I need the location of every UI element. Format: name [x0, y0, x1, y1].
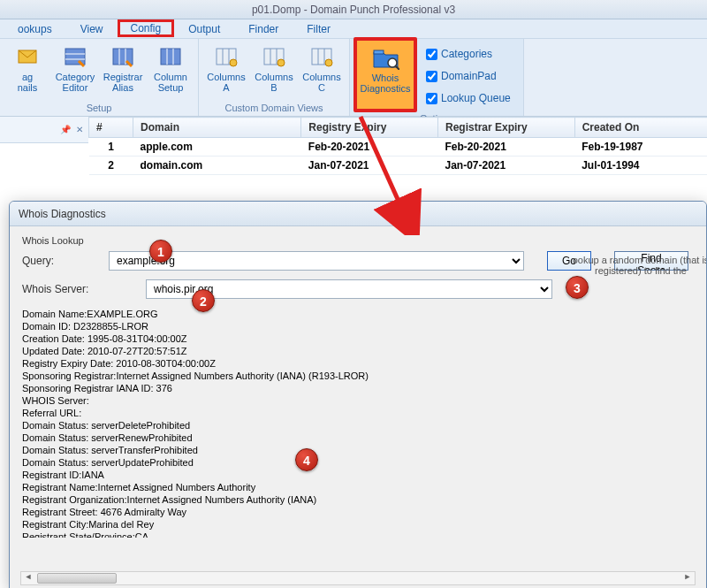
check-categories[interactable]: Categories	[422, 46, 511, 63]
ribbon-options-checklist: Categories DomainPad Lookup Queue	[417, 41, 520, 112]
table-header-row: # Domain Registry Expiry Registrar Expir…	[89, 118, 708, 138]
registrar-icon	[109, 43, 137, 70]
whois-diagnostics-dialog: Whois Diagnostics Whois Lookup Query: ex…	[9, 201, 707, 588]
ribbon-label: Category Editor	[56, 72, 95, 93]
pin-icon[interactable]: 📌	[60, 125, 71, 134]
category-icon	[61, 43, 89, 70]
ribbon-btn-category-editor[interactable]: Category Editor	[51, 41, 99, 102]
domain-table-wrap: # Domain Registry Expiry Registrar Expir…	[88, 117, 707, 175]
col-registry-expiry[interactable]: Registry Expiry	[301, 118, 438, 138]
menu-bar: ookups View Config Output Finder Filter	[0, 19, 707, 39]
ribbon-label: Whois Diagnostics	[361, 73, 411, 94]
columns-icon	[156, 43, 185, 70]
checkbox[interactable]	[426, 93, 437, 104]
ribbon-group-views: Columns A Columns B Columns C Custom Dom…	[199, 39, 350, 116]
ribbon-label: Columns B	[255, 72, 293, 93]
check-domainpad[interactable]: DomainPad	[422, 68, 511, 85]
cols-b-icon	[260, 43, 288, 70]
ribbon-btn-tag-emails[interactable]: ag nails	[4, 41, 51, 102]
folder-search-icon	[371, 44, 399, 71]
whois-server-label: Whois Server:	[22, 283, 102, 295]
menu-output[interactable]: Output	[174, 21, 234, 37]
col-created-on[interactable]: Created On	[574, 118, 707, 138]
ribbon-group-label: Custom Domain Views	[202, 102, 346, 116]
col-registrar-expiry[interactable]: Registrar Expiry	[437, 118, 574, 138]
svg-point-21	[325, 59, 332, 66]
scroll-left-icon[interactable]: ◄	[21, 572, 35, 584]
svg-point-13	[230, 59, 237, 66]
menu-lookups[interactable]: ookups	[4, 21, 66, 37]
ribbon-btn-registrar-alias[interactable]: Registrar Alias	[99, 41, 147, 102]
cols-a-icon	[212, 43, 240, 70]
annotation-badge-4: 4	[295, 448, 318, 471]
tag-icon	[13, 43, 42, 70]
dialog-body: Whois Lookup Query: example.org Go Find …	[10, 226, 706, 543]
ribbon-btn-columns-b[interactable]: Columns B	[250, 41, 298, 102]
ribbon-btn-column-setup[interactable]: Column Setup	[147, 41, 194, 102]
ribbon-btn-columns-c[interactable]: Columns C	[298, 41, 346, 102]
ribbon-label: Column Setup	[154, 72, 187, 93]
dialog-title: Whois Diagnostics	[19, 208, 106, 220]
table-row[interactable]: 2 domain.com Jan-07-2021 Jan-07-2021 Jul…	[89, 157, 708, 175]
ribbon-label: ag nails	[18, 72, 38, 93]
domain-table: # Domain Registry Expiry Registrar Expir…	[88, 117, 707, 175]
ribbon-label: Columns A	[207, 72, 245, 93]
menu-config[interactable]: Config	[118, 19, 175, 37]
checkbox[interactable]	[426, 71, 437, 82]
menu-filter[interactable]: Filter	[293, 21, 345, 37]
annotation-badge-2: 2	[192, 289, 215, 312]
svg-rect-4	[113, 49, 133, 65]
ribbon-label: Registrar Alias	[103, 72, 143, 93]
left-pane-header: 📌 ✕	[0, 117, 88, 143]
col-index[interactable]: #	[89, 118, 133, 138]
col-domain[interactable]: Domain	[133, 118, 300, 138]
window-title: p01.Domp - Domain Punch Professional v3	[252, 4, 455, 16]
menu-view[interactable]: View	[66, 21, 118, 37]
scrollbar-thumb[interactable]	[37, 573, 117, 584]
whois-output-text: Domain Name:EXAMPLE.ORG Domain ID: D2328…	[22, 308, 694, 538]
close-icon[interactable]: ✕	[76, 125, 83, 134]
annotation-badge-3: 3	[566, 276, 589, 299]
checkbox[interactable]	[426, 49, 437, 60]
horizontal-scrollbar[interactable]: ◄ ►	[20, 571, 696, 585]
query-label: Query:	[22, 255, 102, 267]
scroll-right-icon[interactable]: ►	[680, 572, 695, 584]
lookup-hint-text: ookup a random domain (that is registere…	[570, 255, 707, 276]
ribbon-group-options: Whois Diagnostics Categories DomainPad L…	[350, 39, 524, 116]
window-title-bar: p01.Domp - Domain Punch Professional v3	[0, 0, 707, 19]
dialog-title-bar[interactable]: Whois Diagnostics	[10, 202, 706, 226]
cols-c-icon	[308, 43, 336, 70]
ribbon-btn-columns-a[interactable]: Columns A	[202, 41, 250, 102]
table-row[interactable]: 1 apple.com Feb-20-2021 Feb-20-2021 Feb-…	[89, 138, 708, 157]
svg-point-17	[277, 59, 285, 66]
ribbon-label: Columns C	[302, 72, 340, 93]
svg-point-23	[388, 58, 397, 67]
menu-finder[interactable]: Finder	[234, 21, 293, 37]
svg-line-24	[396, 66, 399, 70]
ribbon-btn-whois-diagnostics[interactable]: Whois Diagnostics	[354, 37, 417, 112]
ribbon-group-label: Setup	[4, 102, 194, 116]
ribbon-group-setup: ag nails Category Editor Registrar Alias…	[0, 39, 199, 116]
annotation-badge-1: 1	[149, 240, 172, 263]
svg-rect-22	[374, 50, 384, 54]
whois-lookup-section-label: Whois Lookup	[22, 235, 694, 246]
svg-rect-1	[65, 49, 85, 65]
svg-rect-7	[161, 49, 180, 65]
check-lookup-queue[interactable]: Lookup Queue	[422, 90, 511, 107]
ribbon: ag nails Category Editor Registrar Alias…	[0, 39, 707, 117]
